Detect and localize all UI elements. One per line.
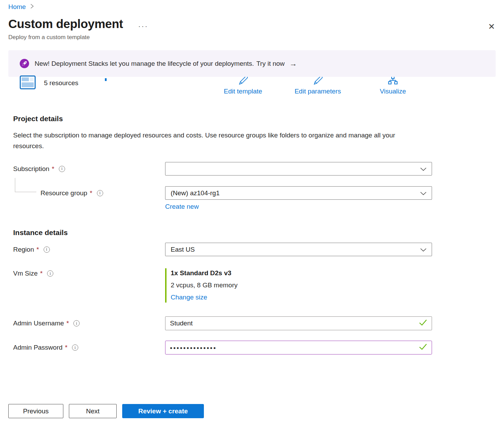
- admin-username-row: Admin Username * Student: [8, 316, 496, 330]
- template-icon: [20, 75, 36, 91]
- subscription-label: Subscription: [13, 165, 50, 173]
- pencil-icon: [287, 77, 349, 87]
- try-it-now-link[interactable]: Try it now: [256, 60, 285, 68]
- admin-password-label: Admin Password: [13, 344, 63, 351]
- edit-template-label: Edit template: [212, 88, 274, 95]
- admin-username-value: Student: [170, 320, 193, 327]
- resources-count: 5 resources: [44, 79, 78, 87]
- admin-password-row: Admin Password * ••••••••••••••: [8, 341, 496, 354]
- admin-password-label-group: Admin Password *: [8, 344, 165, 351]
- subscription-dropdown[interactable]: [165, 162, 432, 176]
- check-icon: [419, 319, 427, 327]
- vm-size-selection: 1x Standard D2s v3: [171, 269, 432, 277]
- org-chart-icon: [362, 77, 424, 87]
- pencil-icon: [212, 77, 274, 87]
- rocket-icon: [20, 59, 29, 68]
- admin-username-label: Admin Username: [13, 320, 64, 327]
- resource-group-row: Resource group * (New) az104-rg1: [8, 186, 496, 200]
- page-header: Custom deployment ···: [8, 17, 496, 31]
- required-asterisk: *: [40, 270, 43, 277]
- breadcrumb-home-link[interactable]: Home: [8, 3, 26, 11]
- project-details-form: Subscription * Resource group *: [8, 162, 496, 210]
- template-summary: 5 resources: [20, 75, 78, 91]
- vm-size-label: Vm Size: [13, 270, 38, 277]
- instance-details-heading: Instance details: [13, 228, 496, 237]
- connector-line: [15, 178, 36, 192]
- info-icon[interactable]: [73, 320, 80, 326]
- chevron-down-icon: [420, 189, 426, 197]
- visualize-label: Visualize: [362, 88, 424, 95]
- subscription-row: Subscription *: [8, 162, 496, 176]
- required-asterisk: *: [36, 246, 39, 253]
- resource-group-dropdown[interactable]: (New) az104-rg1: [165, 186, 432, 200]
- vm-size-row: Vm Size * 1x Standard D2s v3 2 vcpus, 8 …: [8, 268, 496, 303]
- vm-size-selection-block: 1x Standard D2s v3 2 vcpus, 8 GB memory …: [165, 268, 432, 303]
- review-create-button[interactable]: Review + create: [122, 404, 204, 418]
- visualize-button[interactable]: Visualize: [362, 77, 424, 95]
- vm-size-specs: 2 vcpus, 8 GB memory: [171, 281, 432, 289]
- edit-template-button[interactable]: Edit template: [212, 77, 274, 95]
- vm-size-label-group: Vm Size *: [8, 268, 165, 277]
- template-summary-bar: 5 resources Edit template Edit parameter…: [8, 77, 496, 102]
- info-icon[interactable]: [97, 190, 103, 196]
- chevron-down-icon: [420, 165, 426, 173]
- info-icon[interactable]: [44, 246, 50, 253]
- more-menu-icon[interactable]: ···: [138, 24, 148, 28]
- region-label-group: Region *: [8, 246, 165, 253]
- banner-message: New! Deployment Stacks let you manage th…: [35, 60, 254, 68]
- breadcrumb: Home: [8, 0, 496, 11]
- chevron-right-icon: [30, 3, 34, 11]
- change-size-link[interactable]: Change size: [171, 294, 207, 301]
- region-row: Region * East US: [8, 243, 496, 256]
- admin-password-input[interactable]: ••••••••••••••: [165, 341, 432, 354]
- check-icon: [419, 343, 427, 352]
- resource-group-value: (New) az104-rg1: [171, 189, 220, 197]
- admin-password-value: ••••••••••••••: [170, 344, 217, 352]
- info-icon[interactable]: [72, 344, 78, 351]
- required-asterisk: *: [90, 189, 92, 197]
- close-icon[interactable]: ✕: [486, 21, 497, 32]
- required-asterisk: *: [52, 165, 54, 173]
- page-title: Custom deployment: [8, 17, 123, 31]
- footer-actions: Previous Next Review + create: [8, 404, 204, 418]
- edit-parameters-label: Edit parameters: [287, 88, 349, 95]
- region-label: Region: [13, 246, 34, 253]
- chevron-down-icon: [420, 246, 426, 253]
- admin-username-input[interactable]: Student: [165, 316, 432, 330]
- project-details-description: Select the subscription to manage deploy…: [13, 130, 411, 151]
- create-new-link[interactable]: Create new: [165, 203, 199, 210]
- admin-username-label-group: Admin Username *: [8, 320, 165, 327]
- required-asterisk: *: [66, 320, 69, 327]
- region-value: East US: [171, 246, 195, 253]
- deployment-stacks-banner: New! Deployment Stacks let you manage th…: [8, 50, 496, 77]
- edit-parameters-button[interactable]: Edit parameters: [287, 77, 349, 95]
- required-asterisk: *: [65, 344, 68, 351]
- subscription-label-group: Subscription *: [8, 165, 165, 173]
- info-icon[interactable]: [47, 270, 53, 277]
- info-icon[interactable]: [59, 166, 65, 172]
- arrow-right-icon[interactable]: →: [289, 59, 297, 68]
- project-details-heading: Project details: [13, 115, 496, 123]
- resource-group-label: Resource group: [40, 189, 87, 197]
- page-subtitle: Deploy from a custom template: [8, 34, 496, 41]
- next-button[interactable]: Next: [69, 404, 117, 418]
- region-dropdown[interactable]: East US: [165, 243, 432, 256]
- previous-button[interactable]: Previous: [8, 404, 63, 418]
